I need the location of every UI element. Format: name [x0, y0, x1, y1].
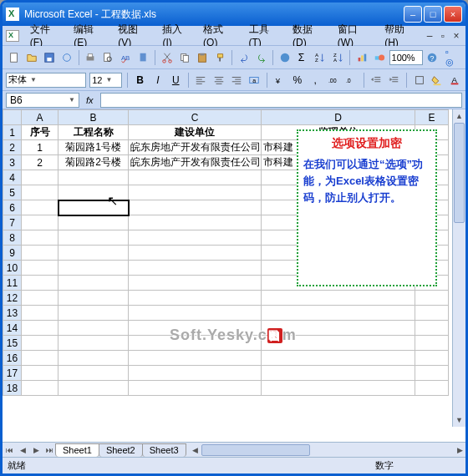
doc-icon[interactable] [6, 30, 19, 42]
cut-icon[interactable] [159, 49, 175, 66]
cell[interactable] [22, 336, 58, 351]
cell[interactable] [415, 381, 449, 396]
cell[interactable] [58, 215, 129, 230]
col-header[interactable]: B [58, 110, 129, 125]
currency-icon[interactable]: ¥ [272, 72, 287, 89]
row-header[interactable]: 5 [3, 185, 22, 200]
help-icon[interactable]: ? [425, 49, 440, 66]
cell[interactable] [58, 336, 129, 351]
horizontal-scrollbar[interactable]: ◀ ▶ [190, 443, 465, 457]
cell[interactable]: 皖东房地产开发有限责任公司 [129, 140, 262, 155]
cell[interactable] [58, 276, 129, 291]
cell[interactable] [262, 351, 415, 366]
cell[interactable] [22, 170, 58, 185]
name-box[interactable]: B6▼ [6, 93, 79, 108]
cell[interactable] [129, 185, 262, 200]
cell[interactable] [129, 291, 262, 306]
scroll-thumb[interactable] [201, 444, 310, 456]
sheet-tab[interactable]: Sheet2 [99, 443, 143, 457]
cell[interactable]: 菊园路1号楼 [58, 140, 129, 155]
formula-input[interactable] [100, 93, 462, 108]
cell[interactable] [58, 261, 129, 276]
cell[interactable] [129, 215, 262, 230]
align-center-icon[interactable] [211, 72, 226, 89]
format-painter-icon[interactable] [212, 49, 228, 66]
research-icon[interactable] [135, 49, 151, 66]
row-header[interactable]: 9 [3, 246, 22, 261]
cell[interactable] [22, 185, 58, 200]
scroll-thumb[interactable] [454, 123, 465, 223]
cell[interactable] [58, 291, 129, 306]
cell[interactable] [58, 366, 129, 381]
print-icon[interactable] [83, 49, 99, 66]
drawing-icon[interactable] [371, 49, 387, 66]
selected-cell[interactable] [58, 200, 129, 215]
align-left-icon[interactable] [194, 72, 208, 89]
row-header[interactable]: 17 [3, 366, 22, 381]
cell[interactable] [262, 306, 415, 321]
row-header[interactable]: 14 [3, 321, 22, 336]
col-header[interactable]: D [262, 110, 415, 125]
cell[interactable] [22, 246, 58, 261]
cell[interactable] [415, 336, 449, 351]
col-header[interactable]: C [129, 110, 262, 125]
cell[interactable] [22, 306, 58, 321]
row-header[interactable]: 10 [3, 261, 22, 276]
row-header[interactable]: 12 [3, 291, 22, 306]
copy-icon[interactable] [177, 49, 193, 66]
row-header[interactable]: 13 [3, 306, 22, 321]
fx-button[interactable]: fx [81, 95, 99, 105]
cell[interactable] [22, 261, 58, 276]
cell[interactable] [129, 351, 262, 366]
cell[interactable] [415, 351, 449, 366]
underline-icon[interactable]: U [169, 72, 183, 89]
doc-minimize-button[interactable]: – [424, 30, 435, 42]
cell[interactable]: 工程名称 [58, 125, 129, 140]
cell[interactable] [22, 276, 58, 291]
cell[interactable] [58, 170, 129, 185]
save-icon[interactable] [41, 49, 57, 66]
cell[interactable] [22, 351, 58, 366]
cell[interactable] [129, 306, 262, 321]
merge-icon[interactable]: a [247, 72, 262, 89]
sort-desc-icon[interactable]: ZA [330, 49, 346, 66]
cell[interactable] [129, 261, 262, 276]
scroll-right-icon[interactable]: ▶ [454, 443, 465, 457]
cell[interactable] [58, 306, 129, 321]
restore-toolbar-icon[interactable]: ▫ ◎ [442, 45, 462, 69]
cell[interactable] [22, 321, 58, 336]
cell[interactable] [415, 291, 449, 306]
font-size-select[interactable]: 12▼ [89, 73, 122, 88]
cell[interactable]: 2 [22, 155, 58, 170]
undo-icon[interactable] [236, 49, 252, 66]
cell[interactable] [58, 351, 129, 366]
row-header[interactable]: 11 [3, 276, 22, 291]
zoom-input[interactable] [389, 50, 423, 65]
font-name-select[interactable]: 宋体▼ [6, 73, 86, 88]
permission-icon[interactable] [59, 49, 75, 66]
cell[interactable] [129, 230, 262, 246]
fill-color-icon[interactable] [430, 72, 444, 89]
row-header[interactable]: 16 [3, 351, 22, 366]
increase-decimal-icon[interactable]: .00 [326, 72, 340, 89]
scroll-down-icon[interactable]: ▼ [453, 413, 465, 427]
row-header[interactable]: 6 [3, 200, 22, 215]
font-color-icon[interactable]: A [448, 72, 462, 89]
cell[interactable]: 建设单位 [129, 125, 262, 140]
doc-restore-button[interactable]: ▫ [437, 30, 449, 42]
tab-nav-next-icon[interactable]: ▶ [29, 443, 43, 457]
open-icon[interactable] [23, 49, 39, 66]
cell[interactable] [58, 230, 129, 246]
cell[interactable] [22, 291, 58, 306]
cell[interactable] [22, 215, 58, 230]
cell[interactable] [58, 381, 129, 396]
increase-indent-icon[interactable] [387, 72, 401, 89]
row-header[interactable]: 1 [3, 125, 22, 140]
cell[interactable] [129, 200, 262, 215]
autosum-icon[interactable]: Σ [295, 49, 311, 66]
comma-icon[interactable]: , [308, 72, 323, 89]
hyperlink-icon[interactable] [277, 49, 292, 66]
decrease-indent-icon[interactable] [369, 72, 383, 89]
cell[interactable] [22, 200, 58, 215]
preview-icon[interactable] [100, 49, 116, 66]
